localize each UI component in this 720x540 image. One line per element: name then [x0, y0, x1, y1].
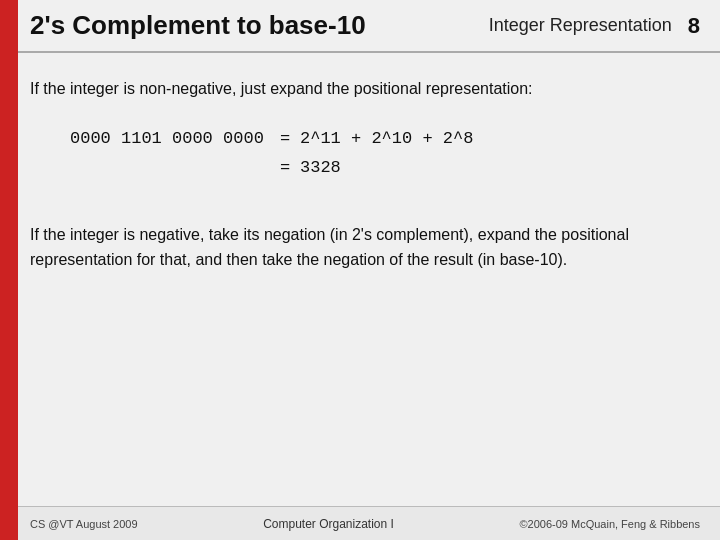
result-column: 2^11 + 2^10 + 2^8 3328: [300, 123, 473, 183]
red-accent-bar: [0, 0, 18, 540]
slide-footer: CS @VT August 2009 Computer Organization…: [0, 506, 720, 540]
slide-title: 2's Complement to base-10: [30, 10, 366, 41]
result1: 2^11 + 2^10 + 2^8: [300, 129, 473, 148]
section-label: Integer Representation: [489, 15, 672, 36]
binary-line1: 0000 1101 0000 0000: [70, 129, 264, 148]
intro-text: If the integer is non-negative, just exp…: [30, 77, 690, 101]
equals2: =: [280, 158, 290, 177]
equals-column: = =: [270, 123, 300, 183]
binary-value: 0000 1101 0000 0000: [70, 123, 270, 183]
negative-text-content: If the integer is negative, take its neg…: [30, 226, 629, 268]
slide: 2's Complement to base-10 Integer Repres…: [0, 0, 720, 540]
negative-text: If the integer is negative, take its neg…: [30, 223, 690, 273]
example-block: 0000 1101 0000 0000 = = 2^11 + 2^10 + 2^…: [70, 123, 690, 183]
footer-right: ©2006-09 McQuain, Feng & Ribbens: [519, 518, 700, 530]
slide-number: 8: [688, 13, 700, 39]
slide-header: 2's Complement to base-10 Integer Repres…: [0, 0, 720, 53]
footer-center: Computer Organization I: [263, 517, 394, 531]
binary-line2: [70, 158, 80, 177]
result2: 3328: [300, 158, 341, 177]
footer-left: CS @VT August 2009: [30, 518, 138, 530]
main-content: If the integer is non-negative, just exp…: [0, 53, 720, 506]
header-right: Integer Representation 8: [489, 13, 700, 39]
equals1: =: [280, 129, 290, 148]
